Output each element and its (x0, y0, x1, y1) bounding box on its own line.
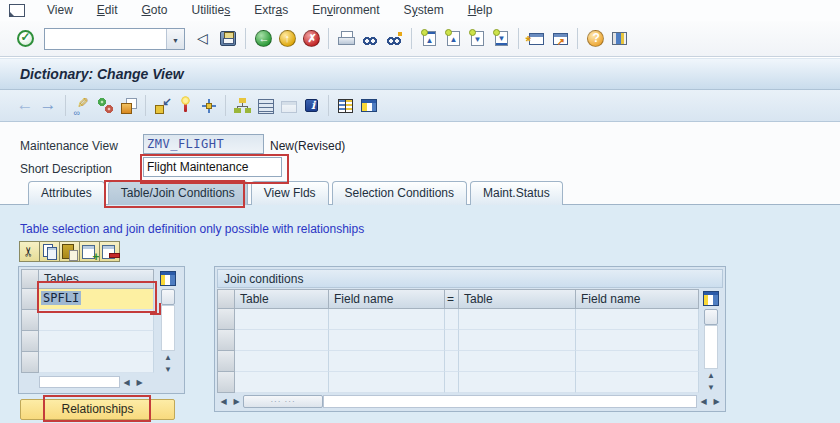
vertical-scrollbar-track[interactable] (704, 325, 718, 369)
horizontal-scrollbar-track[interactable] (323, 395, 697, 408)
command-field[interactable] (44, 28, 185, 50)
relationships-button[interactable]: Relationships (20, 399, 175, 420)
save-button[interactable] (216, 27, 240, 51)
copy-button[interactable] (39, 241, 60, 262)
tab-maint-status[interactable]: Maint.Status (470, 181, 563, 205)
create-button[interactable] (151, 94, 174, 118)
row-selector[interactable] (217, 351, 235, 372)
cancel-button[interactable] (299, 27, 323, 51)
tab-view-flds[interactable]: View Flds (251, 181, 329, 205)
join-cell[interactable] (329, 330, 445, 351)
tab-table-join-conditions[interactable]: Table/Join Conditions (108, 181, 248, 205)
scroll-left-button[interactable] (217, 396, 230, 408)
print-button[interactable] (334, 27, 358, 51)
customize-layout-button[interactable] (607, 27, 631, 51)
scroll-up-button[interactable] (162, 351, 175, 363)
tables-cell-empty[interactable] (39, 310, 154, 331)
first-page-button[interactable] (417, 27, 441, 51)
command-dropdown-button[interactable] (166, 29, 184, 49)
tables-cell-empty[interactable] (39, 331, 154, 352)
tab-selection-conditions[interactable]: Selection Conditions (332, 181, 467, 205)
row-selector[interactable] (217, 372, 235, 393)
row-selector[interactable] (217, 309, 235, 330)
delete-row-button[interactable] (99, 241, 120, 262)
activate-button[interactable] (174, 94, 197, 118)
menu-view[interactable]: View (35, 0, 85, 21)
join-cell[interactable] (576, 372, 699, 393)
column-config-button[interactable] (703, 291, 719, 306)
hierarchy-button[interactable] (231, 94, 254, 118)
insert-row-button[interactable] (79, 241, 100, 262)
join-cell[interactable] (576, 330, 699, 351)
scroll-right-button[interactable] (133, 376, 146, 388)
new-session-button[interactable] (524, 27, 548, 51)
where-used-button[interactable] (197, 94, 220, 118)
column-config-button[interactable] (160, 271, 176, 286)
command-input[interactable] (45, 29, 166, 49)
join-cell[interactable] (445, 372, 459, 393)
database-utility-button[interactable] (357, 94, 380, 118)
join-cell[interactable] (459, 309, 576, 330)
tables-cell-spfli[interactable]: SPFLI (39, 289, 154, 310)
row-selector[interactable] (21, 310, 39, 331)
join-cell[interactable] (445, 309, 459, 330)
menu-environment[interactable]: Environment (300, 0, 391, 21)
join-cell[interactable] (576, 309, 699, 330)
table-contents-button[interactable] (277, 94, 300, 118)
back-button[interactable] (251, 27, 275, 51)
maintenance-view-field[interactable]: ZMV_FLIGHT (143, 134, 264, 154)
join-cell[interactable] (445, 330, 459, 351)
join-cell[interactable] (329, 351, 445, 372)
refresh-button[interactable] (94, 94, 117, 118)
join-cell[interactable] (329, 372, 445, 393)
find-button[interactable] (358, 27, 382, 51)
row-selector[interactable] (21, 352, 39, 373)
vertical-scrollbar-thumb[interactable] (704, 309, 718, 325)
previous-page-button[interactable] (441, 27, 465, 51)
join-cell[interactable] (459, 330, 576, 351)
row-selector[interactable] (217, 330, 235, 351)
nav-back-button[interactable] (14, 94, 37, 118)
vertical-scrollbar-track[interactable] (161, 305, 175, 351)
info-button[interactable] (300, 94, 323, 118)
menu-help[interactable]: Help (456, 0, 505, 21)
tables-cell-empty[interactable] (39, 352, 154, 373)
join-cell[interactable] (329, 309, 445, 330)
scroll-right-button[interactable] (710, 396, 723, 408)
tables-column-header[interactable]: Tables (39, 269, 154, 289)
runtime-object-button[interactable] (334, 94, 357, 118)
row-selector[interactable] (21, 331, 39, 352)
display-change-button[interactable] (71, 94, 94, 118)
next-page-button[interactable] (465, 27, 489, 51)
join-cell[interactable] (235, 372, 329, 393)
scroll-left-button[interactable] (697, 396, 710, 408)
menu-utilities[interactable]: Utilities (180, 0, 243, 21)
join-cell[interactable] (459, 372, 576, 393)
last-page-button[interactable] (489, 27, 513, 51)
nav-forward-button[interactable] (37, 94, 60, 118)
help-button[interactable] (583, 27, 607, 51)
horizontal-scrollbar-thumb[interactable] (243, 395, 323, 408)
create-shortcut-button[interactable] (548, 27, 572, 51)
join-cell[interactable] (235, 330, 329, 351)
join-cell[interactable] (235, 309, 329, 330)
short-description-field[interactable] (143, 157, 282, 177)
find-next-button[interactable] (382, 27, 406, 51)
join-cell[interactable] (445, 351, 459, 372)
horizontal-scrollbar-track[interactable] (39, 376, 120, 388)
paste-button[interactable] (59, 241, 80, 262)
tab-attributes[interactable]: Attributes (28, 181, 105, 205)
stacked-list-button[interactable] (254, 94, 277, 118)
continue-button[interactable] (192, 27, 216, 51)
cut-button[interactable] (19, 241, 40, 262)
menu-edit[interactable]: Edit (85, 0, 130, 21)
scroll-left-button[interactable] (120, 376, 133, 388)
join-cell[interactable] (576, 351, 699, 372)
enter-button[interactable] (13, 27, 37, 51)
exit-button[interactable] (275, 27, 299, 51)
join-cell[interactable] (459, 351, 576, 372)
scroll-down-button[interactable] (162, 363, 175, 375)
menu-extras[interactable]: Extras (242, 0, 300, 21)
copy-object-button[interactable] (117, 94, 140, 118)
row-selector-header[interactable] (217, 289, 235, 309)
